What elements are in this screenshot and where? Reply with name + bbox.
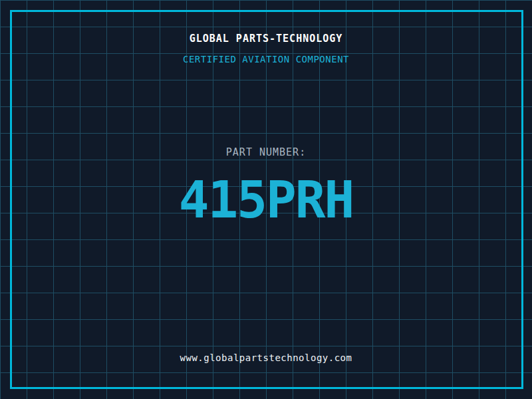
website-url: www.globalpartstechnology.com [0, 352, 532, 363]
company-title: GLOBAL PARTS-TECHNOLOGY [0, 33, 532, 45]
certificate-display: GLOBAL PARTS-TECHNOLOGY CERTIFIED AVIATI… [0, 0, 532, 399]
certification-subtitle: CERTIFIED AVIATION COMPONENT [0, 54, 532, 65]
part-number-label: PART NUMBER: [0, 146, 532, 158]
part-number-value: 415PRH [0, 175, 532, 225]
